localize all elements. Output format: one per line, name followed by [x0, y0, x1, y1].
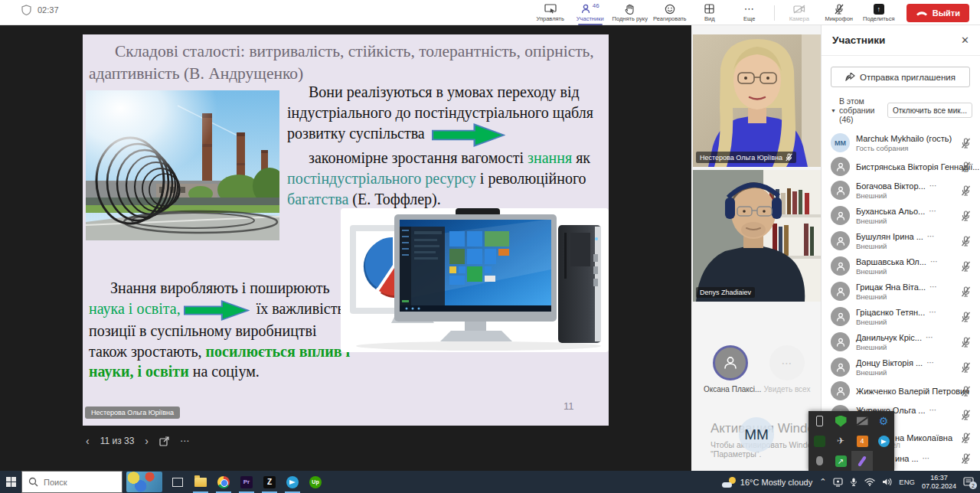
prev-slide-icon[interactable]: ‹ — [86, 435, 90, 447]
upwork-button[interactable]: Up — [304, 471, 327, 493]
language-indicator[interactable]: ENG — [899, 478, 915, 486]
next-slide-icon[interactable]: › — [145, 435, 149, 447]
video-tile-zhadiaiev[interactable]: Denys Zhadiaiev — [693, 170, 821, 302]
participants-button[interactable]: 46 Участники — [570, 0, 610, 25]
speaker-avatar-wrap[interactable]: Оксана Плаксі... — [704, 345, 757, 393]
react-button[interactable]: Реагировать — [650, 0, 690, 25]
react-icon — [665, 4, 675, 15]
telegram-icon — [286, 476, 299, 488]
mic-muted-icon[interactable] — [961, 236, 971, 246]
participant-name: Данильчук Кріс... — [856, 333, 922, 342]
premiere-button[interactable]: Pr — [235, 471, 258, 493]
settings-gear-icon[interactable]: ⚙ — [878, 416, 890, 427]
participant-row[interactable]: Грицак Яна Віта...⋯ Внешний — [822, 279, 980, 304]
participant-name: на Миколаївна — [895, 433, 952, 442]
participant-row[interactable]: Донцу Вікторія ...⋯ Внешний — [822, 354, 980, 380]
mic-muted-icon[interactable] — [961, 286, 971, 297]
participant-row[interactable]: Буханська Альо...⋯ Внешний — [822, 203, 980, 228]
mic-muted-icon[interactable] — [961, 211, 971, 221]
news-weather-widget[interactable] — [126, 472, 162, 492]
participant-row[interactable]: Гріцаєнко Тетян...⋯ Внешний — [822, 304, 980, 329]
participant-row[interactable]: MM Marchuk Mykhailo (гость) Гость собран… — [822, 130, 980, 155]
avatar: MM — [831, 133, 850, 152]
notification-center-button[interactable]: 2 — [963, 477, 974, 487]
taskbar-search[interactable] — [21, 471, 122, 493]
mic-tray-icon[interactable] — [850, 477, 858, 487]
row-more-icon[interactable]: ⋯ — [927, 232, 936, 240]
clock-date: 07.02.2024 — [922, 482, 956, 491]
weather-widget[interactable]: 16°C Mostly cloudy — [722, 477, 812, 488]
share-button[interactable]: ↑ Поделиться — [859, 0, 899, 25]
section-label[interactable]: ▼В этом собрании (46) — [831, 96, 887, 124]
volume-icon[interactable] — [882, 478, 892, 486]
mic-muted-icon[interactable] — [961, 312, 971, 322]
more-icon: ⋯ — [744, 4, 755, 15]
mic-muted-icon[interactable] — [961, 433, 971, 443]
row-more-icon[interactable]: ⋯ — [923, 454, 931, 462]
raise-hand-button[interactable]: Поднять руку — [610, 0, 650, 25]
manage-button[interactable]: Управлять — [531, 0, 570, 25]
see-all-wrap[interactable]: ⋯ Увидеть всех — [760, 345, 814, 393]
telegram-button[interactable] — [281, 471, 304, 493]
mic-muted-icon[interactable] — [961, 337, 971, 348]
row-more-icon[interactable]: ⋯ — [929, 207, 937, 215]
mic-muted-icon[interactable] — [961, 386, 971, 397]
telegram-tray-icon[interactable] — [878, 436, 890, 447]
row-more-icon[interactable]: ⋯ — [929, 181, 938, 190]
start-button[interactable] — [0, 471, 21, 493]
view-grid-icon — [704, 4, 714, 15]
file-explorer-button[interactable] — [189, 471, 212, 493]
more-button[interactable]: ⋯ Еще — [730, 0, 769, 25]
capcut-button[interactable]: Z — [258, 471, 281, 493]
display-off-icon[interactable] — [857, 416, 868, 427]
row-more-icon[interactable]: ⋯ — [929, 406, 938, 414]
clock[interactable]: 16:37 07.02.2024 — [922, 474, 956, 490]
view-button[interactable]: Вид — [690, 0, 730, 25]
mic-muted-icon[interactable] — [961, 362, 971, 373]
send-invite-button[interactable]: Отправка приглашения — [831, 67, 970, 87]
mic-muted-icon[interactable] — [961, 410, 971, 420]
participant-row[interactable]: Данильчук Кріс...⋯ Внешний — [822, 329, 980, 354]
mic-muted-icon[interactable] — [961, 453, 971, 464]
video-app-icon[interactable] — [814, 436, 825, 447]
participant-info: Богачова Віктор...⋯ Внешний — [856, 181, 955, 200]
participant-row[interactable]: Бистрянська Вікторія Геннадії... — [822, 155, 980, 178]
participant-row[interactable]: Бушулян Ірина ...⋯ Внешний — [822, 228, 980, 253]
share-green-icon[interactable]: ↗ — [835, 455, 847, 467]
mic-muted-icon[interactable] — [961, 162, 971, 172]
self-initials-avatar[interactable]: MM — [739, 417, 774, 452]
mouse-icon[interactable] — [816, 456, 823, 465]
wifi-icon[interactable] — [864, 478, 875, 486]
usb-device-icon[interactable] — [816, 416, 823, 426]
popout-icon[interactable] — [159, 436, 169, 446]
teams-tray-icon[interactable] — [833, 478, 843, 487]
mic-muted-icon[interactable] — [961, 138, 971, 149]
row-more-icon[interactable]: ⋯ — [930, 257, 939, 266]
mute-all-button[interactable]: Отключить все мик... — [887, 103, 972, 118]
meeting-timer: 02:37 — [21, 5, 59, 15]
row-more-icon[interactable]: ⋯ — [926, 333, 934, 341]
participant-row[interactable]: Жижченко Валерій Петрович — [822, 380, 980, 402]
mic-muted-icon[interactable] — [961, 185, 971, 196]
more-slides-icon[interactable]: ⋯ — [180, 436, 191, 446]
mic-muted-icon[interactable] — [961, 261, 971, 272]
row-more-icon[interactable]: ⋯ — [929, 282, 938, 291]
camera-button[interactable]: Камера — [779, 0, 819, 25]
plane-icon[interactable]: ✈ — [835, 436, 847, 447]
close-icon[interactable]: ✕ — [961, 34, 969, 46]
defender-shield-icon[interactable] — [835, 416, 847, 427]
leave-button[interactable]: Выйти — [906, 4, 969, 22]
feather-icon[interactable] — [858, 455, 867, 467]
update-orange-icon[interactable]: 4 — [857, 436, 868, 447]
row-more-icon[interactable]: ⋯ — [926, 358, 935, 367]
participant-row[interactable]: Варшавська Юл...⋯ Внешний — [822, 253, 980, 279]
task-view-button[interactable] — [166, 471, 189, 493]
microphone-button[interactable]: Микрофон — [819, 0, 859, 25]
row-more-icon[interactable]: ⋯ — [929, 308, 937, 316]
chrome-button[interactable] — [212, 471, 235, 493]
participant-row[interactable]: Богачова Віктор...⋯ Внешний — [822, 178, 980, 203]
video-tile-nesterova[interactable]: Нестерова Ольга Юріївна — [693, 34, 821, 167]
raise-hand-icon — [625, 4, 635, 15]
video-name-label: Нестерова Ольга Юріївна — [696, 152, 796, 163]
tray-expand-icon[interactable]: ⌃ — [819, 477, 826, 487]
